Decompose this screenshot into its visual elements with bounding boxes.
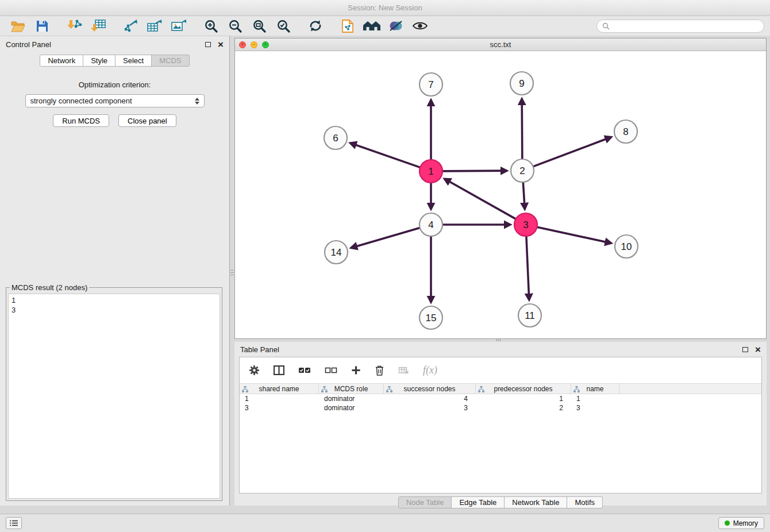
- task-history-button[interactable]: [6, 517, 22, 529]
- zoom-out-button[interactable]: [223, 17, 247, 34]
- homes-icon: [363, 20, 381, 32]
- function-builder-icon[interactable]: f(x): [423, 364, 437, 376]
- table-cell: dominator: [319, 404, 384, 412]
- memory-button[interactable]: Memory: [718, 517, 764, 529]
- edge-1-2[interactable]: [442, 171, 507, 171]
- column-header-MCDS-role[interactable]: MCDS role: [319, 384, 384, 394]
- export-network-button[interactable]: [118, 17, 143, 34]
- node-8[interactable]: 8: [614, 120, 637, 143]
- edge-3-10[interactable]: [537, 227, 611, 243]
- node-15[interactable]: 15: [419, 306, 442, 329]
- table-tab-node-table[interactable]: Node Table: [398, 496, 452, 508]
- tab-mcds[interactable]: MCDS: [152, 55, 189, 67]
- save-session-button[interactable]: [30, 17, 54, 34]
- zoom-in-button[interactable]: [199, 17, 223, 34]
- export-image-button[interactable]: [167, 17, 191, 34]
- control-panel: Control Panel × NetworkStyleSelectMCDS O…: [0, 36, 230, 506]
- window-titlebar[interactable]: Session: New Session: [0, 0, 770, 16]
- search-icon: [602, 22, 610, 30]
- apply-layout-button[interactable]: [303, 17, 328, 34]
- sort-tree-icon: [242, 386, 248, 392]
- table-tab-motifs[interactable]: Motifs: [567, 496, 603, 508]
- svg-text:3: 3: [523, 219, 528, 230]
- table-cell: 1: [476, 395, 571, 403]
- table-panel-title: Table Panel: [240, 345, 279, 354]
- close-table-panel-icon[interactable]: ×: [755, 345, 761, 354]
- svg-text:7: 7: [428, 79, 433, 90]
- fit-selected-button[interactable]: [271, 17, 295, 34]
- float-table-panel-icon[interactable]: [742, 347, 748, 352]
- import-network-button[interactable]: [62, 17, 86, 34]
- node-2[interactable]: 2: [511, 159, 534, 182]
- edge-4-14[interactable]: [351, 228, 420, 248]
- open-session-button[interactable]: [6, 17, 30, 34]
- node-7[interactable]: 7: [419, 73, 442, 96]
- select-all-columns-button[interactable]: [298, 367, 311, 374]
- import-table-button[interactable]: [86, 17, 110, 34]
- close-window-icon[interactable]: ×: [239, 41, 246, 48]
- annotation-document-button[interactable]: [336, 17, 360, 34]
- panel-splitter-handle[interactable]: [230, 265, 234, 279]
- edge-3-11[interactable]: [526, 236, 529, 300]
- node-10[interactable]: 10: [615, 235, 638, 258]
- edge-3-1[interactable]: [445, 179, 516, 219]
- apply-style-button[interactable]: [384, 17, 408, 34]
- sort-tree-icon: [573, 386, 580, 392]
- node-14[interactable]: 14: [325, 241, 348, 264]
- node-11[interactable]: 11: [518, 304, 541, 327]
- unselect-all-checks-icon: [325, 367, 337, 374]
- table-cell: dominator: [319, 395, 384, 403]
- close-panel-button[interactable]: Close panel: [118, 114, 176, 127]
- edge-1-6[interactable]: [350, 143, 420, 167]
- window-splitter-handle[interactable]: [494, 338, 502, 341]
- network-canvas[interactable]: 7968124314101511: [235, 51, 766, 338]
- table-tab-edge-table[interactable]: Edge Table: [452, 496, 505, 508]
- table-settings-button[interactable]: [249, 365, 260, 376]
- tab-select[interactable]: Select: [116, 55, 152, 67]
- export-table-button[interactable]: [143, 17, 167, 34]
- graphics-details-button[interactable]: [408, 17, 432, 34]
- table-tab-network-table[interactable]: Network Table: [505, 496, 567, 508]
- node-4[interactable]: 4: [419, 213, 442, 236]
- optimization-dropdown-value: strongly connected component: [30, 97, 132, 105]
- mcds-result-text[interactable]: 1 3: [8, 294, 220, 499]
- node-1[interactable]: 1: [419, 160, 442, 183]
- edge-2-9[interactable]: [522, 99, 522, 159]
- delete-table-button[interactable]: [398, 367, 409, 375]
- optimization-dropdown[interactable]: strongly connected component: [25, 94, 205, 107]
- table-cell: 3: [571, 404, 619, 412]
- home-button[interactable]: [360, 17, 384, 34]
- node-3[interactable]: 3: [514, 213, 537, 236]
- column-header-shared-name[interactable]: shared name: [240, 384, 319, 394]
- minimize-window-icon[interactable]: −: [251, 41, 257, 48]
- svg-text:9: 9: [519, 78, 524, 89]
- gear-icon: [249, 365, 260, 376]
- show-columns-button[interactable]: [274, 365, 284, 375]
- list-icon: [10, 520, 18, 526]
- column-header-predecessor-nodes[interactable]: predecessor nodes: [476, 384, 571, 394]
- table-row[interactable]: 1dominator411: [240, 394, 761, 403]
- export-image-icon: [171, 19, 187, 33]
- maximize-window-icon[interactable]: +: [262, 41, 269, 48]
- column-header-name[interactable]: name: [571, 384, 619, 394]
- import-table-icon: [90, 19, 106, 33]
- run-mcds-button[interactable]: Run MCDS: [53, 114, 109, 127]
- table-row[interactable]: 3dominator323: [240, 403, 761, 413]
- network-window-titlebar[interactable]: scc.txt × − +: [235, 38, 766, 51]
- column-header-successor-nodes[interactable]: successor nodes: [384, 384, 476, 394]
- float-panel-icon[interactable]: [205, 42, 211, 47]
- edge-2-8[interactable]: [533, 137, 611, 167]
- delete-column-button[interactable]: [375, 365, 384, 376]
- tab-style[interactable]: Style: [83, 55, 116, 67]
- node-6[interactable]: 6: [324, 126, 347, 149]
- tab-network[interactable]: Network: [40, 55, 83, 67]
- search-input[interactable]: [613, 22, 759, 30]
- unselect-all-columns-button[interactable]: [325, 367, 337, 374]
- close-panel-icon[interactable]: ×: [218, 40, 224, 49]
- fit-content-button[interactable]: [247, 17, 271, 34]
- select-all-checks-icon: [298, 367, 311, 374]
- svg-text:6: 6: [333, 133, 338, 144]
- node-9[interactable]: 9: [510, 72, 533, 95]
- edge-2-3[interactable]: [523, 182, 525, 209]
- create-column-button[interactable]: [351, 365, 361, 375]
